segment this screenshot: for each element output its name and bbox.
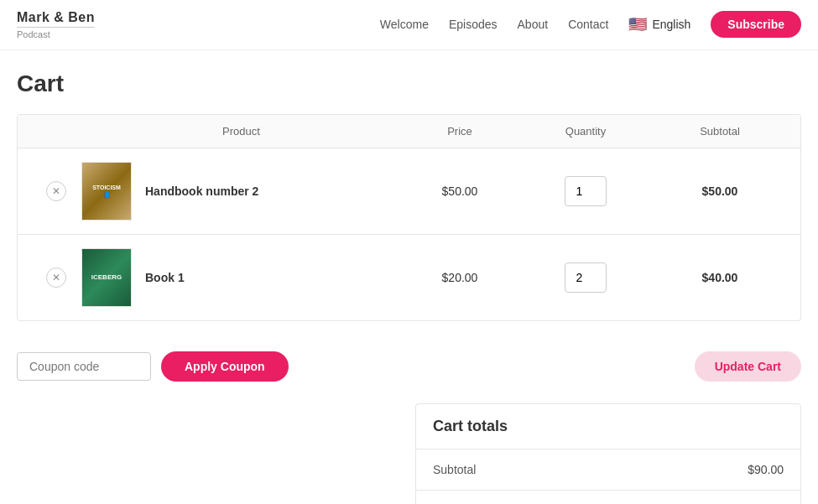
subtotal-value: $90.00 (748, 463, 784, 476)
cart-table: Product Price Quantity Subtotal ✕ STOICI… (17, 114, 801, 321)
logo-subtitle: Podcast (17, 27, 95, 39)
product-image-1: STOICISM📘 (81, 162, 132, 221)
header: Mark & Ben Podcast Welcome Episodes Abou… (0, 0, 818, 50)
qty-input-1[interactable] (565, 176, 607, 206)
subtotal-row: Subtotal $90.00 (416, 449, 800, 491)
nav-welcome[interactable]: Welcome (380, 18, 429, 31)
coupon-row: Apply Coupon Update Cart (17, 338, 801, 395)
subtotal-label: Subtotal (433, 463, 476, 476)
table-row: ✕ STOICISM📘 Handbook number 2 $50.00 $50… (18, 148, 800, 235)
nav-about[interactable]: About (518, 18, 549, 31)
product-img-label-2: ICEBERG (91, 273, 122, 281)
cart-table-header: Product Price Quantity Subtotal (18, 115, 800, 148)
nav-episodes[interactable]: Episodes (449, 18, 498, 31)
update-cart-button[interactable]: Update Cart (695, 351, 801, 382)
remove-item-1-button[interactable]: ✕ (46, 181, 66, 201)
nav: Welcome Episodes About Contact 🇺🇸 Englis… (380, 11, 801, 38)
remove-cell: ✕ (31, 181, 81, 201)
nav-contact[interactable]: Contact (568, 18, 608, 31)
language-selector[interactable]: 🇺🇸 English (628, 15, 690, 34)
header-subtotal: Subtotal (653, 125, 787, 138)
cart-totals-title: Cart totals (416, 404, 800, 449)
coupon-input[interactable] (17, 352, 151, 381)
product-cell-2: ICEBERG Book 1 (81, 248, 401, 307)
subtotal-cell-1: $50.00 (653, 184, 787, 198)
subtotal-cell-2: $40.00 (653, 271, 787, 284)
header-product: Product (81, 125, 401, 138)
qty-cell-1 (518, 176, 653, 206)
product-name-1: Handbook number 2 (145, 184, 258, 198)
table-row: ✕ ICEBERG Book 1 $20.00 $40.00 (18, 235, 800, 320)
total-row: Total $90.00 (416, 491, 800, 504)
price-cell-2: $20.00 (401, 271, 518, 284)
price-cell-1: $50.00 (401, 184, 518, 198)
remove-item-2-button[interactable]: ✕ (46, 268, 66, 288)
flag-icon: 🇺🇸 (628, 15, 647, 34)
logo: Mark & Ben Podcast (17, 10, 95, 39)
language-label: English (652, 18, 690, 31)
remove-cell-2: ✕ (31, 268, 81, 288)
qty-input-2[interactable] (565, 262, 607, 293)
product-image-2: ICEBERG (81, 248, 132, 307)
cart-totals: Cart totals Subtotal $90.00 Total $90.00… (415, 403, 801, 504)
page-content: Cart Product Price Quantity Subtotal ✕ S… (0, 50, 818, 504)
coupon-left: Apply Coupon (17, 351, 289, 382)
product-cell-1: STOICISM📘 Handbook number 2 (81, 162, 401, 221)
logo-title: Mark & Ben (17, 10, 95, 25)
cart-totals-wrapper: Cart totals Subtotal $90.00 Total $90.00… (415, 403, 801, 504)
header-price: Price (401, 125, 518, 138)
apply-coupon-button[interactable]: Apply Coupon (161, 351, 289, 382)
qty-cell-2 (518, 262, 653, 293)
product-name-2: Book 1 (145, 271, 185, 284)
header-quantity: Quantity (518, 125, 653, 138)
page-title: Cart (17, 70, 801, 97)
product-img-label-1: STOICISM📘 (92, 184, 121, 199)
subscribe-button[interactable]: Subscribe (711, 11, 801, 38)
